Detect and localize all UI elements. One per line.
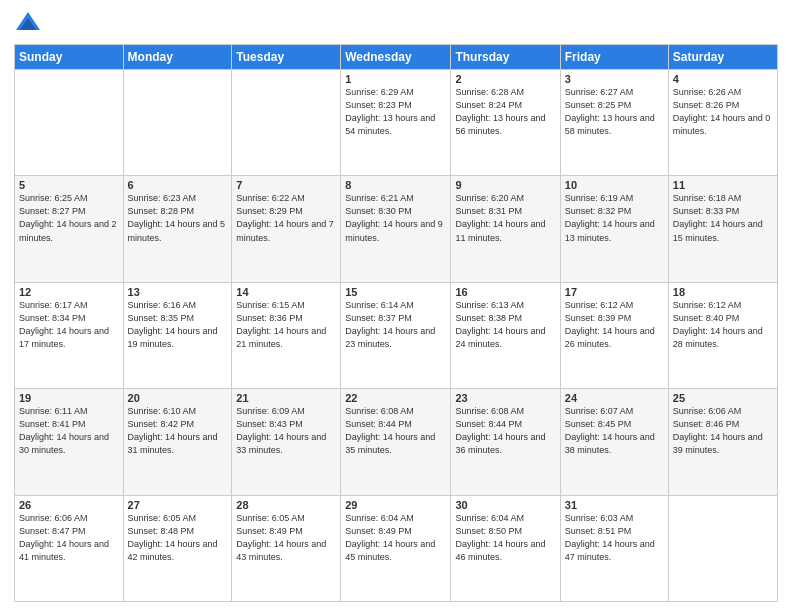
day-number: 1 bbox=[345, 73, 446, 85]
day-number: 21 bbox=[236, 392, 336, 404]
table-row: 24Sunrise: 6:07 AMSunset: 8:45 PMDayligh… bbox=[560, 389, 668, 495]
table-row: 28Sunrise: 6:05 AMSunset: 8:49 PMDayligh… bbox=[232, 495, 341, 601]
calendar-week-row: 19Sunrise: 6:11 AMSunset: 8:41 PMDayligh… bbox=[15, 389, 778, 495]
table-row: 16Sunrise: 6:13 AMSunset: 8:38 PMDayligh… bbox=[451, 282, 560, 388]
day-info: Sunrise: 6:07 AMSunset: 8:45 PMDaylight:… bbox=[565, 405, 664, 457]
day-info: Sunrise: 6:20 AMSunset: 8:31 PMDaylight:… bbox=[455, 192, 555, 244]
day-info: Sunrise: 6:08 AMSunset: 8:44 PMDaylight:… bbox=[455, 405, 555, 457]
logo bbox=[14, 10, 46, 38]
day-info: Sunrise: 6:23 AMSunset: 8:28 PMDaylight:… bbox=[128, 192, 228, 244]
day-number: 11 bbox=[673, 179, 773, 191]
day-info: Sunrise: 6:25 AMSunset: 8:27 PMDaylight:… bbox=[19, 192, 119, 244]
table-row: 2Sunrise: 6:28 AMSunset: 8:24 PMDaylight… bbox=[451, 70, 560, 176]
table-row: 29Sunrise: 6:04 AMSunset: 8:49 PMDayligh… bbox=[341, 495, 451, 601]
day-number: 2 bbox=[455, 73, 555, 85]
day-number: 16 bbox=[455, 286, 555, 298]
day-number: 22 bbox=[345, 392, 446, 404]
day-number: 30 bbox=[455, 499, 555, 511]
day-number: 12 bbox=[19, 286, 119, 298]
day-number: 25 bbox=[673, 392, 773, 404]
day-info: Sunrise: 6:10 AMSunset: 8:42 PMDaylight:… bbox=[128, 405, 228, 457]
col-tuesday: Tuesday bbox=[232, 45, 341, 70]
table-row: 5Sunrise: 6:25 AMSunset: 8:27 PMDaylight… bbox=[15, 176, 124, 282]
day-number: 13 bbox=[128, 286, 228, 298]
day-info: Sunrise: 6:04 AMSunset: 8:49 PMDaylight:… bbox=[345, 512, 446, 564]
table-row: 25Sunrise: 6:06 AMSunset: 8:46 PMDayligh… bbox=[668, 389, 777, 495]
day-info: Sunrise: 6:12 AMSunset: 8:40 PMDaylight:… bbox=[673, 299, 773, 351]
table-row: 21Sunrise: 6:09 AMSunset: 8:43 PMDayligh… bbox=[232, 389, 341, 495]
day-info: Sunrise: 6:19 AMSunset: 8:32 PMDaylight:… bbox=[565, 192, 664, 244]
day-info: Sunrise: 6:21 AMSunset: 8:30 PMDaylight:… bbox=[345, 192, 446, 244]
day-info: Sunrise: 6:05 AMSunset: 8:48 PMDaylight:… bbox=[128, 512, 228, 564]
day-number: 27 bbox=[128, 499, 228, 511]
calendar-week-row: 5Sunrise: 6:25 AMSunset: 8:27 PMDaylight… bbox=[15, 176, 778, 282]
day-info: Sunrise: 6:08 AMSunset: 8:44 PMDaylight:… bbox=[345, 405, 446, 457]
table-row: 22Sunrise: 6:08 AMSunset: 8:44 PMDayligh… bbox=[341, 389, 451, 495]
day-number: 29 bbox=[345, 499, 446, 511]
table-row: 4Sunrise: 6:26 AMSunset: 8:26 PMDaylight… bbox=[668, 70, 777, 176]
day-info: Sunrise: 6:27 AMSunset: 8:25 PMDaylight:… bbox=[565, 86, 664, 138]
table-row: 31Sunrise: 6:03 AMSunset: 8:51 PMDayligh… bbox=[560, 495, 668, 601]
day-info: Sunrise: 6:04 AMSunset: 8:50 PMDaylight:… bbox=[455, 512, 555, 564]
day-info: Sunrise: 6:11 AMSunset: 8:41 PMDaylight:… bbox=[19, 405, 119, 457]
calendar-table: Sunday Monday Tuesday Wednesday Thursday… bbox=[14, 44, 778, 602]
table-row bbox=[15, 70, 124, 176]
table-row: 23Sunrise: 6:08 AMSunset: 8:44 PMDayligh… bbox=[451, 389, 560, 495]
day-info: Sunrise: 6:22 AMSunset: 8:29 PMDaylight:… bbox=[236, 192, 336, 244]
day-number: 31 bbox=[565, 499, 664, 511]
table-row: 13Sunrise: 6:16 AMSunset: 8:35 PMDayligh… bbox=[123, 282, 232, 388]
day-info: Sunrise: 6:17 AMSunset: 8:34 PMDaylight:… bbox=[19, 299, 119, 351]
day-info: Sunrise: 6:12 AMSunset: 8:39 PMDaylight:… bbox=[565, 299, 664, 351]
table-row: 1Sunrise: 6:29 AMSunset: 8:23 PMDaylight… bbox=[341, 70, 451, 176]
table-row: 7Sunrise: 6:22 AMSunset: 8:29 PMDaylight… bbox=[232, 176, 341, 282]
day-number: 4 bbox=[673, 73, 773, 85]
day-info: Sunrise: 6:15 AMSunset: 8:36 PMDaylight:… bbox=[236, 299, 336, 351]
col-saturday: Saturday bbox=[668, 45, 777, 70]
col-sunday: Sunday bbox=[15, 45, 124, 70]
calendar-week-row: 12Sunrise: 6:17 AMSunset: 8:34 PMDayligh… bbox=[15, 282, 778, 388]
table-row: 12Sunrise: 6:17 AMSunset: 8:34 PMDayligh… bbox=[15, 282, 124, 388]
day-number: 5 bbox=[19, 179, 119, 191]
day-info: Sunrise: 6:28 AMSunset: 8:24 PMDaylight:… bbox=[455, 86, 555, 138]
col-monday: Monday bbox=[123, 45, 232, 70]
day-info: Sunrise: 6:09 AMSunset: 8:43 PMDaylight:… bbox=[236, 405, 336, 457]
table-row: 14Sunrise: 6:15 AMSunset: 8:36 PMDayligh… bbox=[232, 282, 341, 388]
day-number: 18 bbox=[673, 286, 773, 298]
table-row: 8Sunrise: 6:21 AMSunset: 8:30 PMDaylight… bbox=[341, 176, 451, 282]
day-number: 19 bbox=[19, 392, 119, 404]
table-row: 6Sunrise: 6:23 AMSunset: 8:28 PMDaylight… bbox=[123, 176, 232, 282]
table-row: 27Sunrise: 6:05 AMSunset: 8:48 PMDayligh… bbox=[123, 495, 232, 601]
table-row: 30Sunrise: 6:04 AMSunset: 8:50 PMDayligh… bbox=[451, 495, 560, 601]
day-number: 7 bbox=[236, 179, 336, 191]
day-number: 6 bbox=[128, 179, 228, 191]
calendar-week-row: 1Sunrise: 6:29 AMSunset: 8:23 PMDaylight… bbox=[15, 70, 778, 176]
header bbox=[14, 10, 778, 38]
table-row bbox=[232, 70, 341, 176]
day-info: Sunrise: 6:06 AMSunset: 8:46 PMDaylight:… bbox=[673, 405, 773, 457]
col-thursday: Thursday bbox=[451, 45, 560, 70]
table-row: 15Sunrise: 6:14 AMSunset: 8:37 PMDayligh… bbox=[341, 282, 451, 388]
day-info: Sunrise: 6:03 AMSunset: 8:51 PMDaylight:… bbox=[565, 512, 664, 564]
table-row: 20Sunrise: 6:10 AMSunset: 8:42 PMDayligh… bbox=[123, 389, 232, 495]
day-number: 17 bbox=[565, 286, 664, 298]
table-row: 17Sunrise: 6:12 AMSunset: 8:39 PMDayligh… bbox=[560, 282, 668, 388]
day-number: 3 bbox=[565, 73, 664, 85]
table-row bbox=[123, 70, 232, 176]
calendar-week-row: 26Sunrise: 6:06 AMSunset: 8:47 PMDayligh… bbox=[15, 495, 778, 601]
day-number: 20 bbox=[128, 392, 228, 404]
day-info: Sunrise: 6:29 AMSunset: 8:23 PMDaylight:… bbox=[345, 86, 446, 138]
day-number: 24 bbox=[565, 392, 664, 404]
table-row: 19Sunrise: 6:11 AMSunset: 8:41 PMDayligh… bbox=[15, 389, 124, 495]
calendar-header-row: Sunday Monday Tuesday Wednesday Thursday… bbox=[15, 45, 778, 70]
day-info: Sunrise: 6:13 AMSunset: 8:38 PMDaylight:… bbox=[455, 299, 555, 351]
day-number: 26 bbox=[19, 499, 119, 511]
day-number: 8 bbox=[345, 179, 446, 191]
day-info: Sunrise: 6:14 AMSunset: 8:37 PMDaylight:… bbox=[345, 299, 446, 351]
table-row: 26Sunrise: 6:06 AMSunset: 8:47 PMDayligh… bbox=[15, 495, 124, 601]
table-row: 10Sunrise: 6:19 AMSunset: 8:32 PMDayligh… bbox=[560, 176, 668, 282]
day-info: Sunrise: 6:26 AMSunset: 8:26 PMDaylight:… bbox=[673, 86, 773, 138]
day-number: 15 bbox=[345, 286, 446, 298]
table-row: 11Sunrise: 6:18 AMSunset: 8:33 PMDayligh… bbox=[668, 176, 777, 282]
col-wednesday: Wednesday bbox=[341, 45, 451, 70]
col-friday: Friday bbox=[560, 45, 668, 70]
